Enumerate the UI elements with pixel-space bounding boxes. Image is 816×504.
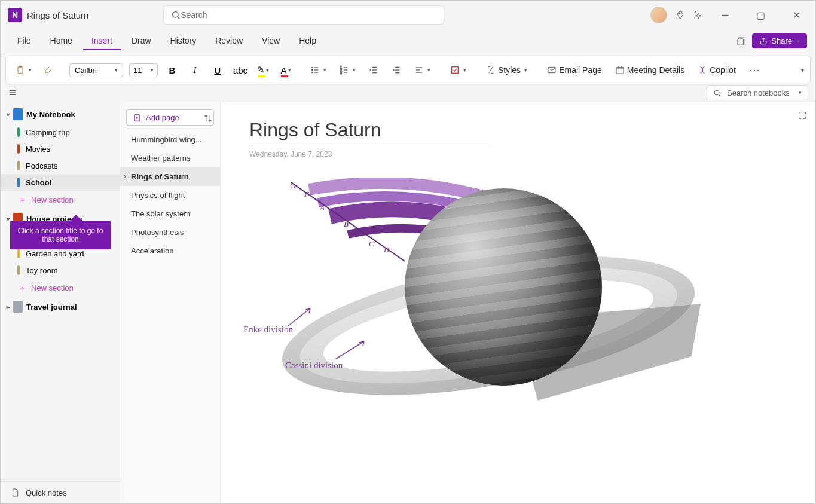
add-page-label: Add page (146, 113, 179, 122)
chevron-down-icon: ▾ (353, 67, 356, 73)
menu-help[interactable]: Help (291, 32, 325, 50)
format-painter-button[interactable] (40, 63, 57, 77)
bullet-list-button[interactable]: ▾ (307, 63, 330, 77)
ring-label-d: D (384, 245, 389, 255)
chevron-down-icon: ▾ (29, 67, 32, 73)
notebook-travel-journal[interactable]: ▸Travel journal (1, 297, 120, 316)
user-avatar[interactable] (650, 7, 667, 23)
page-title[interactable]: Rings of Saturn (249, 119, 488, 146)
strikethrough-button[interactable]: abc (232, 62, 249, 78)
email-icon (547, 65, 557, 75)
new-section-button[interactable]: ＋New section (1, 191, 120, 209)
outdent-button[interactable] (365, 63, 382, 77)
menu-home[interactable]: Home (42, 32, 81, 50)
maximize-button[interactable]: ▢ (747, 5, 775, 25)
ring-label-g: G (290, 181, 295, 191)
notebook-my-notebook[interactable]: ▾My Notebook (1, 105, 120, 124)
notebook-nav: ▾My NotebookCamping tripMoviesPodcastsSc… (1, 102, 120, 503)
quick-notes-button[interactable]: Quick notes (1, 481, 120, 503)
saturn-planet (405, 188, 602, 386)
chevron-down-icon: ▾ (115, 67, 118, 73)
section-movies[interactable]: Movies (1, 140, 120, 157)
menu-bar: FileHomeInsertDrawHistoryReviewViewHelp … (1, 29, 815, 53)
menu-view[interactable]: View (253, 32, 288, 50)
menu-file[interactable]: File (9, 32, 39, 50)
section-school[interactable]: School (1, 174, 120, 191)
numbered-list-button[interactable]: 123▾ (336, 63, 359, 77)
section-camping-trip[interactable]: Camping trip (1, 124, 120, 140)
styles-button[interactable]: Styles▾ (482, 63, 531, 77)
page-item[interactable]: Hummingbird wing... (120, 130, 220, 149)
todo-tag-button[interactable]: ▾ (447, 63, 470, 77)
page-item[interactable]: Physics of flight (120, 186, 220, 204)
svg-rect-27 (452, 67, 459, 74)
section-toy-room[interactable]: Toy room (1, 262, 120, 279)
page-item[interactable]: The solar system (120, 204, 220, 223)
coach-tooltip: Click a section title to go to that sect… (10, 221, 111, 249)
svg-line-37 (719, 94, 720, 95)
new-section-button[interactable]: ＋New section (1, 279, 120, 297)
close-button[interactable]: ✕ (783, 5, 811, 25)
page-item[interactable]: Photosynthesis (120, 223, 220, 242)
bold-button[interactable]: B (164, 62, 181, 78)
page-item[interactable]: Weather patterns (120, 149, 220, 167)
align-button[interactable]: ▾ (411, 63, 434, 77)
window-mode-icon[interactable] (736, 36, 746, 46)
svg-point-10 (312, 72, 313, 72)
sparkle-icon[interactable] (693, 10, 703, 20)
font-family-select[interactable]: Cailbri▾ (69, 63, 123, 77)
page-canvas[interactable]: Rings of Saturn Wednesday, June 7, 2023 … (221, 102, 815, 503)
page-list: Add page Hummingbird wing...Weather patt… (120, 102, 221, 503)
section-podcasts[interactable]: Podcasts (1, 157, 120, 174)
share-button[interactable]: Share ▾ (752, 33, 807, 48)
nav-toggle-icon[interactable] (8, 88, 17, 97)
search-input[interactable] (181, 10, 436, 20)
paste-button[interactable]: ▾ (12, 63, 35, 77)
app-icon: N (8, 8, 22, 22)
underline-button[interactable]: U (209, 62, 226, 78)
page-icon (10, 488, 20, 497)
sub-bar: Search notebooks ▾ (1, 83, 815, 102)
sort-pages-icon[interactable] (203, 114, 213, 123)
ring-label-b: B (344, 219, 349, 229)
more-button[interactable]: ⋯ (745, 61, 763, 79)
copilot-button[interactable]: Copilot (694, 63, 739, 77)
search-notebooks-box[interactable]: Search notebooks ▾ (707, 85, 808, 100)
share-icon (759, 37, 768, 45)
search-box[interactable] (163, 5, 444, 25)
saturn-illustration: G F A B C D Enke division Cassini divisi… (249, 170, 704, 433)
search-icon (171, 10, 181, 20)
font-color-button[interactable]: A▾ (277, 62, 294, 78)
fullscreen-icon[interactable] (797, 111, 807, 120)
chevron-down-icon: ▾ (427, 67, 430, 73)
menu-history[interactable]: History (162, 32, 205, 50)
italic-button[interactable]: I (187, 62, 203, 78)
email-page-button[interactable]: Email Page (543, 63, 606, 77)
page-item[interactable]: Rings of Saturn (120, 167, 220, 186)
ribbon-expand-icon[interactable]: ▾ (801, 67, 804, 74)
menu-draw[interactable]: Draw (123, 32, 160, 50)
minimize-button[interactable]: ─ (711, 5, 739, 25)
annotation-enke: Enke division (243, 325, 293, 335)
checkbox-icon (450, 65, 460, 75)
meeting-details-button[interactable]: Meeting Details (612, 63, 689, 77)
svg-rect-29 (616, 67, 624, 74)
bullet-list-icon (310, 65, 320, 75)
page-item[interactable]: Accelaration (120, 242, 220, 260)
ribbon: ▾ Cailbri▾ 11▾ B I U abc ✎▾ A▾ ▾ 123▾ ▾ … (5, 56, 811, 84)
premium-icon[interactable] (676, 10, 685, 20)
meeting-details-label: Meeting Details (627, 65, 685, 75)
highlight-button[interactable]: ✎▾ (255, 62, 271, 78)
menu-insert[interactable]: Insert (83, 32, 121, 50)
styles-icon (486, 65, 496, 75)
add-page-button[interactable]: Add page (126, 109, 214, 126)
svg-point-36 (714, 90, 719, 95)
chevron-down-icon: ▾ (797, 38, 800, 44)
menu-review[interactable]: Review (207, 32, 251, 50)
font-size-select[interactable]: 11▾ (129, 63, 158, 77)
clipboard-icon (16, 65, 25, 75)
main-area: ▾My NotebookCamping tripMoviesPodcastsSc… (1, 102, 815, 503)
chevron-down-icon: ▾ (463, 67, 466, 73)
share-label: Share (771, 36, 792, 45)
indent-button[interactable] (388, 63, 405, 77)
